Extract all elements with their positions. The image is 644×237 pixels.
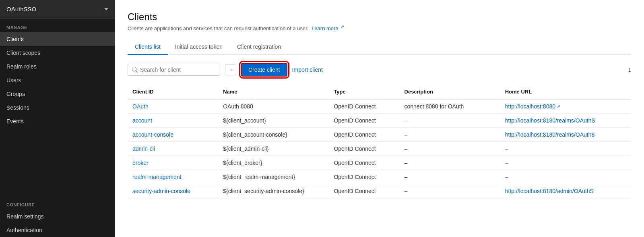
client-name: ${client_security-admin-console} (218, 184, 329, 198)
sidebar-item-realm-settings[interactable]: Realm settings (0, 210, 115, 223)
search-input[interactable] (140, 67, 216, 73)
client-id-link[interactable]: security-admin-console (132, 188, 190, 194)
main-content: Clients Clients are applications and ser… (115, 0, 644, 237)
sidebar-section-manage: Manage (0, 19, 115, 32)
client-id-link[interactable]: admin-cli (132, 146, 155, 152)
client-id-link[interactable]: broker (132, 160, 149, 166)
col-header-name: Name (218, 85, 329, 99)
table-row: OAuthOAuth 8080OpenID Connectconnect 808… (128, 99, 631, 114)
client-description: – (400, 142, 500, 156)
external-link-icon: ↗ (557, 104, 560, 109)
client-name: ${client_admin-cli} (218, 142, 329, 156)
home-url-link[interactable]: http://localhost:8080↗ (505, 103, 626, 110)
table-header: Client ID Name Type Description Home URL (128, 85, 631, 99)
sidebar-item-users[interactable]: Users (0, 73, 115, 87)
col-header-type: Type (329, 85, 399, 99)
client-id-link[interactable]: account (132, 117, 152, 124)
table-row: account${client_account}OpenID Connect–h… (128, 114, 631, 128)
client-type: OpenID Connect (329, 128, 399, 142)
client-description: – (400, 184, 500, 198)
sidebar-item-authentication[interactable]: Authentication (0, 223, 115, 237)
table-row: broker${client_broker}OpenID Connect–– (128, 156, 631, 170)
client-description: – (400, 156, 500, 170)
client-name: ${client_account-console} (218, 128, 329, 142)
realm-name: OAuthSSO (6, 6, 36, 12)
home-url-empty: – (505, 146, 508, 152)
tab-clients-list[interactable]: Clients list (128, 40, 168, 55)
search-icon (132, 67, 138, 73)
client-type: OpenID Connect (329, 184, 399, 198)
import-client-link[interactable]: Import client (292, 67, 323, 73)
table-body: OAuthOAuth 8080OpenID Connectconnect 808… (128, 99, 631, 198)
col-header-client-id: Client ID (128, 85, 218, 99)
client-type: OpenID Connect (329, 170, 399, 184)
chevron-down-icon (104, 8, 108, 10)
table-row: admin-cli${client_admin-cli}OpenID Conne… (128, 142, 631, 156)
sidebar-item-sessions[interactable]: Sessions (0, 101, 115, 114)
search-submit-button[interactable]: → (225, 64, 236, 75)
home-url-link[interactable]: http://localhost:8180/admin/OAuthS (505, 188, 626, 194)
page-title: Clients (128, 11, 631, 23)
sidebar-configure-section: Configure Realm settings Authentication (0, 196, 115, 237)
sidebar-manage-section: Manage Clients Client scopes Realm roles… (0, 19, 115, 128)
clients-table: Client ID Name Type Description Home URL… (128, 85, 631, 198)
client-type: OpenID Connect (329, 99, 399, 114)
table-row: account-console${client_account-console}… (128, 128, 631, 142)
learn-more-link[interactable]: Learn more ↗ (312, 25, 344, 31)
realm-selector[interactable]: OAuthSSO (0, 0, 115, 19)
external-link-icon: ↗ (341, 24, 344, 29)
page-count: 1 (628, 67, 631, 73)
client-name: ${client_account} (218, 114, 329, 128)
table-row: realm-management${client_realm-managemen… (128, 170, 631, 184)
client-type: OpenID Connect (329, 156, 399, 170)
sidebar-section-configure: Configure (0, 196, 115, 210)
sidebar-item-groups[interactable]: Groups (0, 87, 115, 101)
home-url-empty: – (505, 174, 508, 180)
search-box (128, 64, 220, 76)
client-type: OpenID Connect (329, 142, 399, 156)
client-id-link[interactable]: account-console (132, 131, 173, 138)
home-url-link[interactable]: http://localhost:8180/realms/OAuthS (505, 117, 626, 124)
sidebar: OAuthSSO Manage Clients Client scopes Re… (0, 0, 115, 237)
tab-initial-access-token[interactable]: Initial access token (168, 40, 230, 55)
tab-client-registration[interactable]: Client registration (230, 40, 288, 55)
tabs-bar: Clients list Initial access token Client… (128, 40, 631, 55)
client-description: connect 8080 for OAuth (400, 99, 500, 114)
sidebar-item-realm-roles[interactable]: Realm roles (0, 60, 115, 73)
client-name: ${client_broker} (218, 156, 329, 170)
home-url-link[interactable]: http://localhost:8180/realms/OAuth8 (505, 131, 626, 138)
home-url-empty: – (505, 160, 508, 166)
sidebar-item-client-scopes[interactable]: Client scopes (0, 46, 115, 60)
client-description: – (400, 128, 500, 142)
client-type: OpenID Connect (329, 114, 399, 128)
toolbar: → Create client Import client 1 (128, 63, 631, 77)
create-client-button[interactable]: Create client (241, 63, 287, 77)
sidebar-item-clients[interactable]: Clients (0, 32, 115, 46)
col-header-description: Description (400, 85, 500, 99)
table-row: security-admin-console${client_security-… (128, 184, 631, 198)
client-id-link[interactable]: OAuth (132, 103, 149, 110)
client-description: – (400, 170, 500, 184)
sidebar-item-events[interactable]: Events (0, 114, 115, 128)
client-id-link[interactable]: realm-management (132, 174, 181, 180)
client-description: – (400, 114, 500, 128)
page-subtitle: Clients are applications and services th… (128, 24, 631, 31)
client-name: OAuth 8080 (218, 99, 329, 114)
client-name: ${client_realm-management} (218, 170, 329, 184)
col-header-home-url: Home URL (500, 85, 631, 99)
